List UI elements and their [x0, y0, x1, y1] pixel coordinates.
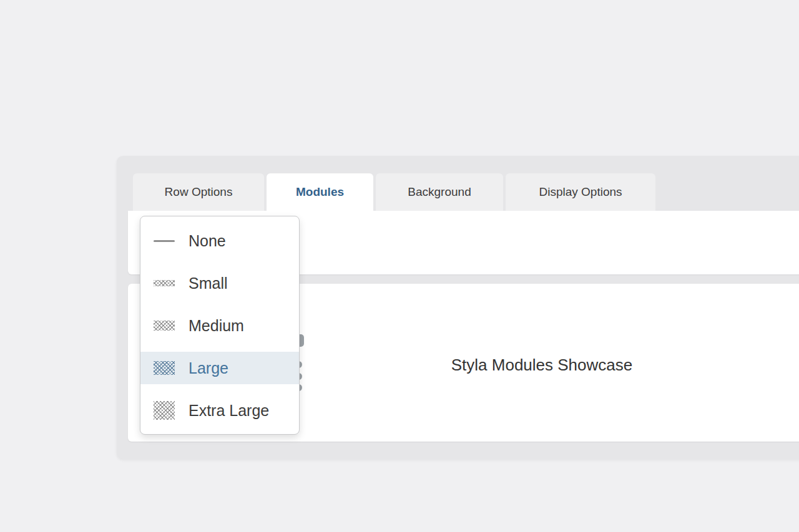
size-option-small[interactable]: Small	[140, 262, 299, 304]
size-option-none[interactable]: None	[140, 220, 299, 262]
size-option-label: Small	[189, 274, 228, 293]
none-size-icon	[154, 240, 175, 242]
tab-modules[interactable]: Modules	[267, 173, 373, 211]
medium-size-icon	[154, 321, 175, 331]
size-option-label: None	[189, 232, 226, 250]
size-option-extra-large[interactable]: Extra Large	[140, 389, 299, 432]
size-option-label: Large	[189, 359, 228, 377]
size-option-large[interactable]: Large	[140, 347, 299, 389]
extra-large-size-icon	[154, 401, 175, 420]
small-size-icon	[154, 280, 175, 286]
tab-display-options[interactable]: Display Options	[506, 173, 655, 211]
tab-background[interactable]: Background	[376, 173, 503, 211]
row-preview-title: Styla Modules Showcase	[451, 351, 632, 375]
size-option-label: Medium	[189, 317, 244, 335]
tab-row-options[interactable]: Row Options	[133, 173, 264, 211]
size-option-label: Extra Large	[189, 402, 269, 420]
module-size-dropdown: None Small Medium Large Extra Large	[140, 216, 300, 435]
size-option-medium[interactable]: Medium	[140, 304, 299, 347]
large-size-icon	[154, 361, 175, 375]
